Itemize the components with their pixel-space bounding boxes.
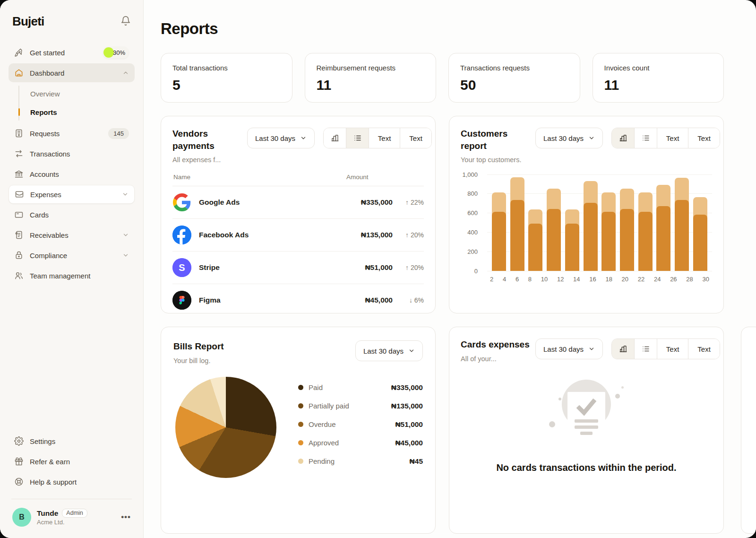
- legend-dot: [298, 403, 303, 408]
- sidebar-item-help-support[interactable]: Help & support: [9, 472, 135, 491]
- sidebar-item-label: Dashboard: [30, 69, 64, 77]
- chevron-down-icon: [122, 232, 129, 238]
- chevron-down-icon: [122, 191, 129, 198]
- cards-expenses-title: Cards expenses: [461, 338, 535, 351]
- customers-date-filter-dropdown[interactable]: Last 30 days: [535, 128, 603, 148]
- vendor-amount: ₦335,000: [347, 198, 393, 207]
- main-content: Reports Total transactions 5 Reimburseme…: [144, 0, 756, 538]
- vendors-view-switcher: Text Text: [323, 128, 432, 148]
- notifications-bell-icon[interactable]: [120, 16, 131, 28]
- bills-subtitle: Your bill log.: [173, 356, 355, 365]
- stat-value: 11: [604, 77, 713, 93]
- vendor-name: Facebook Ads: [199, 231, 249, 239]
- app-logo: Bujeti: [12, 14, 44, 29]
- stacked-bar: [492, 174, 506, 271]
- sidebar-item-label: Get started: [30, 49, 65, 57]
- check-icon: [576, 398, 597, 417]
- sidebar-nav: Get started 30% Dashboard Ov: [9, 43, 135, 285]
- vendor-name: Stripe: [199, 263, 220, 272]
- x-tick: 18: [605, 276, 612, 283]
- receipt-illustration: [567, 392, 605, 445]
- text-view-button[interactable]: Text: [369, 128, 400, 148]
- active-subitem-tick: [18, 108, 20, 116]
- list-view-button[interactable]: [635, 128, 657, 148]
- app-window: Bujeti Get started 30% Dashboar: [0, 0, 756, 538]
- vendors-payments-card: Vendors payments All expenses f... Last …: [161, 116, 436, 313]
- vendors-date-filter-dropdown[interactable]: Last 30 days: [247, 128, 315, 148]
- sidebar-item-reports[interactable]: Reports: [9, 103, 135, 121]
- sidebar-item-get-started[interactable]: Get started 30%: [9, 43, 135, 62]
- x-tick: 14: [573, 276, 580, 283]
- user-company: Acme Ltd.: [37, 519, 87, 526]
- sidebar-item-settings[interactable]: Settings: [9, 432, 135, 451]
- sidebar-item-overview[interactable]: Overview: [9, 85, 135, 103]
- stacked-bar: [584, 174, 598, 271]
- sidebar-item-accounts[interactable]: Accounts: [9, 165, 135, 183]
- table-row[interactable]: Google Ads ₦335,000 ↑ 22%: [172, 186, 424, 219]
- x-tick: 16: [589, 276, 596, 283]
- user-profile[interactable]: B Tunde Admin Acme Ltd. •••: [9, 506, 135, 528]
- cards-expenses-date-filter-dropdown[interactable]: Last 30 days: [535, 338, 603, 359]
- legend-item: Pending ₦45: [298, 454, 423, 469]
- sidebar-item-expenses[interactable]: Expenses: [9, 185, 135, 204]
- empty-state-illustration: [546, 377, 627, 449]
- vendor-change: ↑ 20%: [393, 264, 424, 271]
- sidebar-item-requests[interactable]: Requests 145: [9, 124, 135, 143]
- bills-legend: Paid ₦335,000 Partially paid ₦135,000 Ov…: [298, 377, 423, 478]
- customers-title: Customers report: [461, 128, 535, 152]
- invoice-icon: [14, 230, 24, 240]
- legend-item: Partially paid ₦135,000: [298, 399, 423, 413]
- sidebar-item-dashboard[interactable]: Dashboard: [9, 63, 135, 82]
- stat-card-total-transactions: Total transactions 5: [161, 53, 292, 103]
- sidebar-item-receivables[interactable]: Receivables: [9, 226, 135, 244]
- stat-card-reimbursement-requests: Reimbursement requests 11: [305, 53, 437, 103]
- text-view-button[interactable]: Text: [688, 339, 720, 359]
- table-row[interactable]: Facebook Ads ₦135,000 ↑ 20%: [172, 219, 424, 252]
- stacked-bar: [620, 174, 634, 271]
- text-view-button[interactable]: Text: [657, 339, 688, 359]
- text-view-button[interactable]: Text: [657, 128, 688, 148]
- sidebar-item-cards[interactable]: Cards: [9, 205, 135, 224]
- vendor-change: ↑ 22%: [393, 199, 424, 206]
- chevron-up-icon: [122, 69, 129, 76]
- role-badge: Admin: [62, 509, 87, 518]
- requests-count-badge: 145: [108, 128, 129, 139]
- sidebar-item-refer-earn[interactable]: Refer & earn: [9, 452, 135, 471]
- bar-chart-view-button[interactable]: [612, 128, 635, 148]
- vendor-amount: ₦51,000: [347, 263, 393, 272]
- table-row[interactable]: Figma ₦45,000 ↓ 6%: [172, 284, 424, 313]
- cards-expenses-view-switcher: Text Text: [611, 338, 720, 359]
- list-view-button[interactable]: [635, 339, 657, 359]
- sidebar-item-label: Help & support: [30, 478, 77, 486]
- bills-date-filter-dropdown[interactable]: Last 30 days: [355, 340, 423, 361]
- text-view-button[interactable]: Text: [688, 128, 720, 148]
- list-view-button[interactable]: [346, 128, 369, 148]
- stat-value: 50: [460, 77, 568, 93]
- list-icon: [642, 134, 650, 142]
- vendor-name: Figma: [199, 296, 221, 304]
- bar-chart-view-button[interactable]: [612, 339, 635, 359]
- legend-item: Paid ₦335,000: [298, 381, 423, 395]
- bar-chart-view-button[interactable]: [324, 128, 346, 148]
- bar-chart-icon: [331, 134, 339, 142]
- swap-arrows-icon: [14, 149, 24, 158]
- bar-chart-icon: [619, 134, 627, 142]
- vendor-change: ↑ 20%: [393, 231, 424, 239]
- lock-icon: [14, 251, 24, 260]
- sidebar-item-team-management[interactable]: Team management: [9, 266, 135, 285]
- gear-icon: [14, 436, 24, 446]
- sidebar: Bujeti Get started 30% Dashboar: [0, 0, 144, 538]
- empty-state-text: No cards transactions within the period.: [487, 460, 686, 475]
- sidebar-item-transactions[interactable]: Transactions: [9, 144, 135, 163]
- table-row[interactable]: S Stripe ₦51,000 ↑ 20%: [172, 252, 424, 284]
- x-tick: 10: [541, 276, 548, 283]
- onboarding-progress-badge: 30%: [103, 46, 129, 59]
- text-view-button[interactable]: Text: [400, 128, 431, 148]
- home-icon: [14, 68, 24, 78]
- next-card-peek: [741, 327, 756, 534]
- user-menu-ellipsis-icon[interactable]: •••: [121, 512, 131, 522]
- bar-chart-icon: [619, 345, 627, 353]
- legend-dot: [298, 440, 303, 445]
- sidebar-item-compliance[interactable]: Compliance: [9, 246, 135, 265]
- vendor-name: Google Ads: [199, 198, 240, 207]
